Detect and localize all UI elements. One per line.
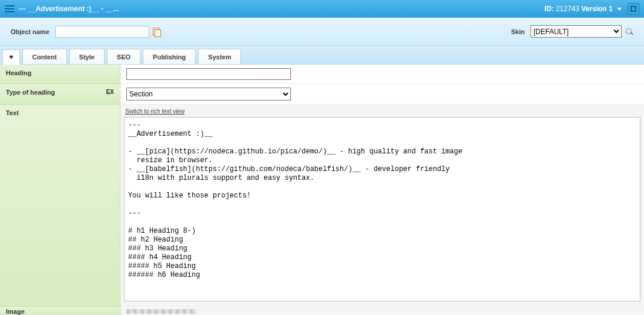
tab-favorite[interactable]: ♥ (2, 49, 20, 65)
id-label: ID: (545, 5, 554, 13)
tab-label: SEO (117, 53, 130, 61)
tab-label: Publishing (153, 53, 186, 61)
row-heading: Heading (0, 65, 644, 84)
tab-label: Style (79, 53, 95, 61)
row-heading-type: Type of heading EX Section (0, 84, 644, 105)
heading-type-label: Type of heading EX (0, 84, 120, 105)
window-titlebar: --- __Advertisement :)__ - __... ID: 212… (0, 0, 644, 18)
content-form: Heading Type of heading EX Section Text … (0, 65, 644, 315)
ex-badge: EX (106, 89, 114, 95)
skin-label: Skin (511, 28, 525, 35)
object-toolbar: Object name Skin [DEFAULT] (0, 18, 644, 46)
tab-label: Content (32, 53, 57, 61)
image-label: Image (0, 307, 120, 315)
tab-system[interactable]: System (198, 49, 241, 64)
maximize-button[interactable] (628, 3, 639, 15)
image-placeholder (126, 309, 197, 314)
id-value: 212743 (556, 5, 579, 13)
row-text: Text Switch to rich text view (0, 105, 644, 307)
object-name-label: Object name (11, 28, 49, 35)
row-image: Image (0, 307, 644, 315)
copy-icon[interactable] (153, 28, 161, 36)
text-label: Text (0, 105, 120, 307)
tab-content[interactable]: Content (22, 49, 67, 64)
heart-icon: ♥ (9, 53, 13, 61)
window-title: --- __Advertisement :)__ - __... (19, 5, 119, 13)
text-textarea[interactable] (124, 117, 640, 301)
tab-publishing[interactable]: Publishing (143, 49, 196, 64)
tab-strip: ♥ Content Style SEO Publishing System (0, 46, 644, 65)
menu-icon[interactable] (5, 5, 14, 12)
switch-rich-text-link[interactable]: Switch to rich text view (124, 107, 186, 117)
object-name-input[interactable] (55, 26, 149, 38)
tab-label: System (208, 53, 231, 61)
object-id-block[interactable]: ID: 212743 Version 1 (545, 5, 622, 13)
tab-style[interactable]: Style (69, 49, 105, 64)
chevron-down-icon (617, 8, 622, 11)
skin-select[interactable]: [DEFAULT] (531, 25, 622, 38)
tab-seo[interactable]: SEO (107, 49, 140, 64)
heading-input[interactable] (126, 68, 291, 80)
version-label: Version 1 (581, 5, 612, 13)
heading-type-select[interactable]: Section (126, 88, 291, 100)
search-icon[interactable] (625, 28, 633, 36)
heading-label: Heading (0, 65, 120, 84)
